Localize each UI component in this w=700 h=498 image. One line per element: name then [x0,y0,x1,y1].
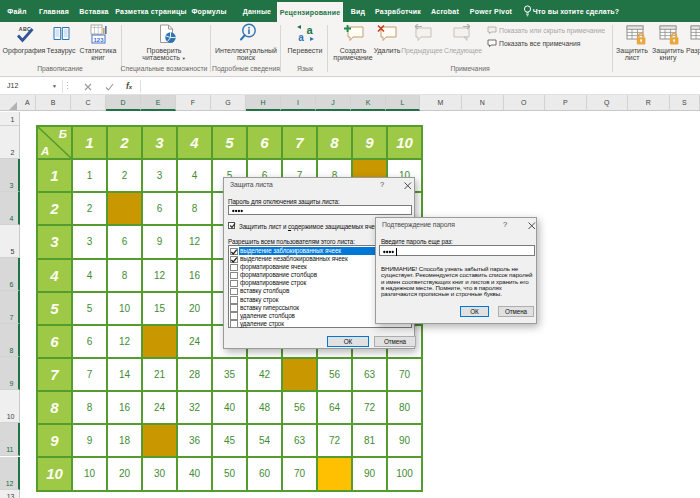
svg-text:а: а [298,32,304,43]
svg-text:а: а [306,24,313,36]
svg-text:123: 123 [93,37,104,43]
